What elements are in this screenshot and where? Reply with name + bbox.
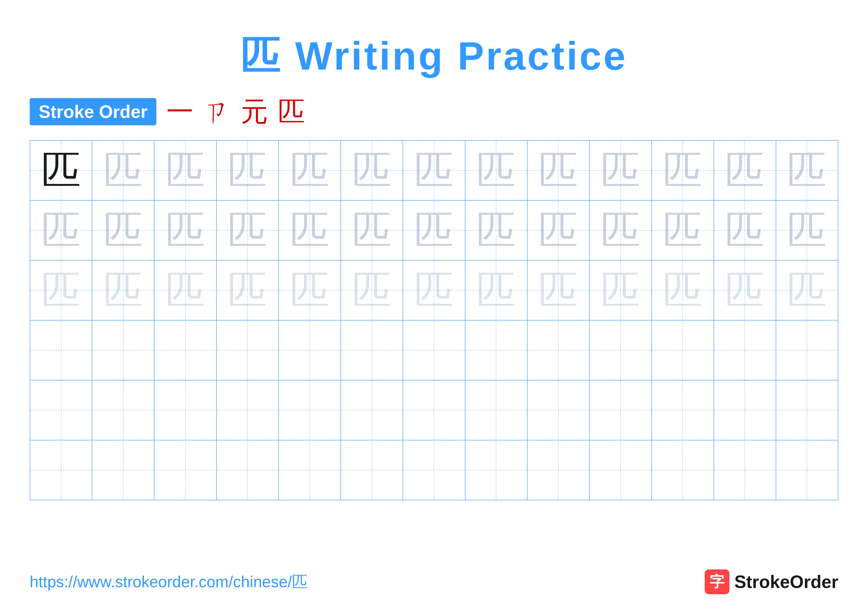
grid-cell-5-11[interactable]	[652, 381, 714, 440]
practice-char: 匹	[41, 270, 81, 310]
grid-cell-2-12[interactable]: 匹	[714, 201, 776, 260]
footer-brand-name: StrokeOrder	[735, 572, 838, 592]
grid-cell-2-8[interactable]: 匹	[465, 201, 527, 260]
grid-cell-5-10[interactable]	[590, 381, 652, 440]
grid-cell-6-3[interactable]	[154, 440, 217, 500]
grid-cell-5-3[interactable]	[154, 381, 217, 440]
grid-cell-1-6[interactable]: 匹	[341, 141, 403, 200]
grid-cell-3-11[interactable]: 匹	[652, 261, 714, 320]
grid-cell-3-8[interactable]: 匹	[465, 261, 527, 320]
grid-cell-1-10[interactable]: 匹	[590, 141, 652, 200]
grid-cell-1-12[interactable]: 匹	[714, 141, 776, 200]
grid-cell-6-8[interactable]	[465, 440, 527, 500]
grid-cell-3-13[interactable]: 匹	[776, 261, 838, 320]
practice-char: 匹	[352, 151, 392, 190]
grid-cell-1-4[interactable]: 匹	[217, 141, 279, 200]
grid-cell-3-5[interactable]: 匹	[279, 261, 341, 320]
grid-cell-5-13[interactable]	[776, 381, 838, 440]
grid-cell-6-9[interactable]	[527, 440, 590, 500]
grid-cell-2-11[interactable]: 匹	[652, 201, 714, 260]
practice-char: 匹	[787, 151, 827, 190]
grid-cell-4-9[interactable]	[527, 320, 590, 380]
grid-cell-2-13[interactable]: 匹	[776, 201, 838, 260]
grid-cell-4-8[interactable]	[465, 320, 527, 380]
grid-cell-2-9[interactable]: 匹	[527, 201, 590, 260]
grid-cell-6-12[interactable]	[714, 440, 776, 500]
grid-cell-2-7[interactable]: 匹	[403, 201, 465, 260]
grid-cell-2-6[interactable]: 匹	[341, 201, 403, 260]
grid-cell-3-6[interactable]: 匹	[341, 261, 403, 320]
practice-char: 匹	[104, 210, 143, 250]
grid-cell-4-7[interactable]	[403, 320, 465, 380]
grid-cell-1-8[interactable]: 匹	[465, 141, 527, 200]
page: 匹 Writing Practice Stroke Order 一 ㄗ 元 匹 …	[0, 0, 868, 614]
grid-cell-3-10[interactable]: 匹	[590, 261, 652, 320]
grid-cell-1-9[interactable]: 匹	[527, 141, 590, 200]
grid-cell-5-2[interactable]	[92, 381, 154, 440]
grid-cell-1-11[interactable]: 匹	[652, 141, 714, 200]
grid-cell-6-1[interactable]	[30, 440, 92, 500]
practice-char: 匹	[601, 210, 640, 250]
grid-cell-2-5[interactable]: 匹	[279, 201, 341, 260]
grid-cell-4-5[interactable]	[279, 320, 341, 380]
grid-cell-2-2[interactable]: 匹	[92, 201, 154, 260]
grid-cell-4-10[interactable]	[590, 320, 652, 380]
grid-cell-5-9[interactable]	[527, 381, 590, 440]
grid-cell-3-2[interactable]: 匹	[92, 261, 154, 320]
grid-row-1: 匹 匹 匹 匹 匹 匹 匹 匹 匹 匹 匹 匹 匹	[30, 141, 838, 201]
practice-char: 匹	[290, 210, 330, 250]
practice-char: 匹	[166, 151, 205, 190]
grid-cell-5-12[interactable]	[714, 381, 776, 440]
grid-cell-4-13[interactable]	[776, 320, 838, 380]
grid-cell-4-12[interactable]	[714, 320, 776, 380]
grid-cell-6-7[interactable]	[403, 440, 465, 500]
grid-cell-4-6[interactable]	[341, 320, 403, 380]
grid-cell-1-2[interactable]: 匹	[92, 141, 154, 200]
grid-cell-5-8[interactable]	[465, 381, 527, 440]
practice-char: 匹	[352, 270, 392, 310]
practice-char: 匹	[538, 210, 578, 250]
grid-cell-4-4[interactable]	[217, 320, 279, 380]
grid-cell-2-4[interactable]: 匹	[217, 201, 279, 260]
footer-url[interactable]: https://www.strokeorder.com/chinese/匹	[30, 571, 308, 593]
practice-char: 匹	[228, 151, 267, 190]
grid-cell-3-9[interactable]: 匹	[527, 261, 590, 320]
grid-cell-6-5[interactable]	[279, 440, 341, 500]
grid-cell-6-13[interactable]	[776, 440, 838, 500]
footer-brand: 字 StrokeOrder	[705, 569, 838, 594]
grid-cell-2-3[interactable]: 匹	[154, 201, 217, 260]
grid-cell-6-2[interactable]	[92, 440, 154, 500]
grid-cell-6-10[interactable]	[590, 440, 652, 500]
grid-cell-5-4[interactable]	[217, 381, 279, 440]
grid-cell-2-10[interactable]: 匹	[590, 201, 652, 260]
grid-cell-4-3[interactable]	[154, 320, 217, 380]
grid-cell-3-7[interactable]: 匹	[403, 261, 465, 320]
grid-cell-3-3[interactable]: 匹	[154, 261, 217, 320]
grid-cell-6-6[interactable]	[341, 440, 403, 500]
grid-cell-6-4[interactable]	[217, 440, 279, 500]
grid-cell-1-7[interactable]: 匹	[403, 141, 465, 200]
stroke-step-3: 元	[241, 98, 268, 125]
grid-cell-3-12[interactable]: 匹	[714, 261, 776, 320]
grid-cell-1-5[interactable]: 匹	[279, 141, 341, 200]
grid-cell-5-6[interactable]	[341, 381, 403, 440]
grid-cell-1-3[interactable]: 匹	[154, 141, 217, 200]
grid-cell-4-1[interactable]	[30, 320, 92, 380]
practice-char: 匹	[228, 210, 267, 250]
grid-cell-4-11[interactable]	[652, 320, 714, 380]
grid-cell-1-1[interactable]: 匹	[30, 141, 92, 200]
grid-cell-5-5[interactable]	[279, 381, 341, 440]
grid-cell-6-11[interactable]	[652, 440, 714, 500]
grid-cell-3-1[interactable]: 匹	[30, 261, 92, 320]
page-title: 匹 Writing Practice	[240, 34, 628, 78]
grid-cell-4-2[interactable]	[92, 320, 154, 380]
grid-cell-1-13[interactable]: 匹	[776, 141, 838, 200]
grid-cell-5-7[interactable]	[403, 381, 465, 440]
footer: https://www.strokeorder.com/chinese/匹 字 …	[30, 569, 838, 594]
stroke-order-badge: Stroke Order	[30, 98, 157, 125]
grid-cell-5-1[interactable]	[30, 381, 92, 440]
stroke-step-1: 一	[166, 98, 194, 125]
practice-char: 匹	[787, 270, 827, 310]
grid-cell-2-1[interactable]: 匹	[30, 201, 92, 260]
grid-cell-3-4[interactable]: 匹	[217, 261, 279, 320]
